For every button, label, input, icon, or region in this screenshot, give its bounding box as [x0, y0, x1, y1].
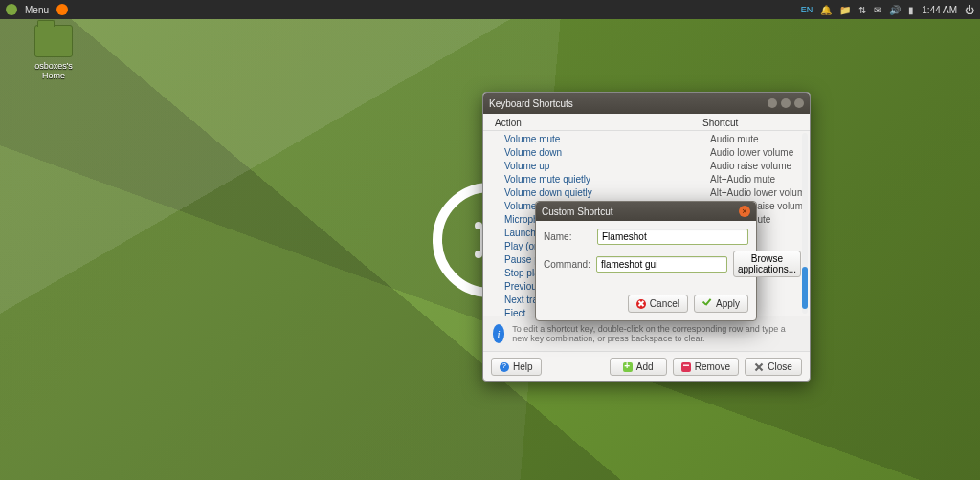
notification-icon[interactable]: 🔔	[820, 5, 832, 15]
minimize-button[interactable]	[768, 98, 777, 108]
home-folder-desktop-icon[interactable]: osboxes's Home	[23, 25, 84, 80]
add-button[interactable]: Add	[610, 358, 667, 376]
browse-applications-button[interactable]: Browse applications...	[733, 251, 801, 277]
name-input[interactable]	[597, 229, 748, 245]
info-icon: i	[493, 324, 504, 343]
desktop-icon-label: osboxes's Home	[23, 61, 84, 80]
table-row[interactable]: Volume mute quietlyAlt+Audio mute	[483, 173, 810, 186]
cancel-button[interactable]: Cancel	[628, 295, 688, 313]
maximize-button[interactable]	[781, 98, 791, 108]
column-headers: Action Shortcut	[483, 114, 810, 131]
close-icon	[754, 362, 764, 372]
table-row[interactable]: Volume downAudio lower volume	[483, 146, 810, 160]
scrollbar-thumb[interactable]	[802, 267, 808, 309]
clock[interactable]: 1:44 AM	[922, 5, 957, 15]
top-panel: Menu EN 🔔 📁 ⇅ ✉ 🔊 ▮ 1:44 AM ⏻	[0, 0, 980, 19]
col-shortcut[interactable]: Shortcut	[702, 118, 798, 128]
custom-shortcut-dialog: Custom Shortcut × Name: Command: Browse …	[535, 201, 757, 321]
dialog-close-button[interactable]: ×	[739, 206, 750, 217]
name-label: Name:	[544, 231, 591, 242]
apply-icon	[702, 299, 712, 309]
menu-button[interactable]: Menu	[25, 5, 49, 15]
button-row: Help Add Remove Close	[483, 351, 810, 382]
dialog-title: Custom Shortcut	[542, 207, 612, 217]
table-row[interactable]: Volume upAudio raise volume	[483, 160, 810, 173]
table-row[interactable]: Volume down quietlyAlt+Audio lower volum	[483, 186, 810, 200]
close-button[interactable]: Close	[745, 358, 802, 376]
remove-button[interactable]: Remove	[673, 358, 739, 376]
folder-icon	[34, 25, 73, 57]
folder-tray-icon[interactable]: 📁	[839, 5, 851, 15]
dialog-titlebar[interactable]: Custom Shortcut ×	[536, 202, 756, 221]
window-titlebar[interactable]: Keyboard Shortcuts	[483, 93, 810, 114]
hint-text: To edit a shortcut key, double-click on …	[512, 324, 800, 343]
close-window-button[interactable]	[794, 98, 804, 108]
window-title: Keyboard Shortcuts	[489, 98, 573, 109]
cancel-icon	[636, 299, 646, 309]
command-input[interactable]	[596, 256, 727, 273]
svg-point-2	[475, 251, 482, 258]
plus-icon	[623, 362, 633, 372]
distro-menu-icon[interactable]	[6, 4, 17, 15]
scrollbar[interactable]	[802, 133, 808, 314]
minus-icon	[681, 362, 691, 372]
apply-button[interactable]: Apply	[694, 295, 748, 313]
keyboard-layout-indicator[interactable]: EN	[801, 5, 813, 14]
svg-point-1	[475, 222, 482, 229]
mail-icon[interactable]: ✉	[874, 5, 881, 15]
col-action[interactable]: Action	[495, 118, 522, 128]
battery-icon[interactable]: ▮	[908, 5, 914, 15]
volume-icon[interactable]: 🔊	[889, 5, 901, 15]
firefox-icon[interactable]	[56, 4, 68, 15]
help-icon	[500, 362, 509, 372]
table-row[interactable]: Volume muteAudio mute	[483, 133, 810, 146]
power-icon[interactable]: ⏻	[965, 5, 974, 15]
command-label: Command:	[544, 259, 590, 270]
help-button[interactable]: Help	[491, 358, 542, 376]
network-icon[interactable]: ⇅	[858, 5, 866, 15]
